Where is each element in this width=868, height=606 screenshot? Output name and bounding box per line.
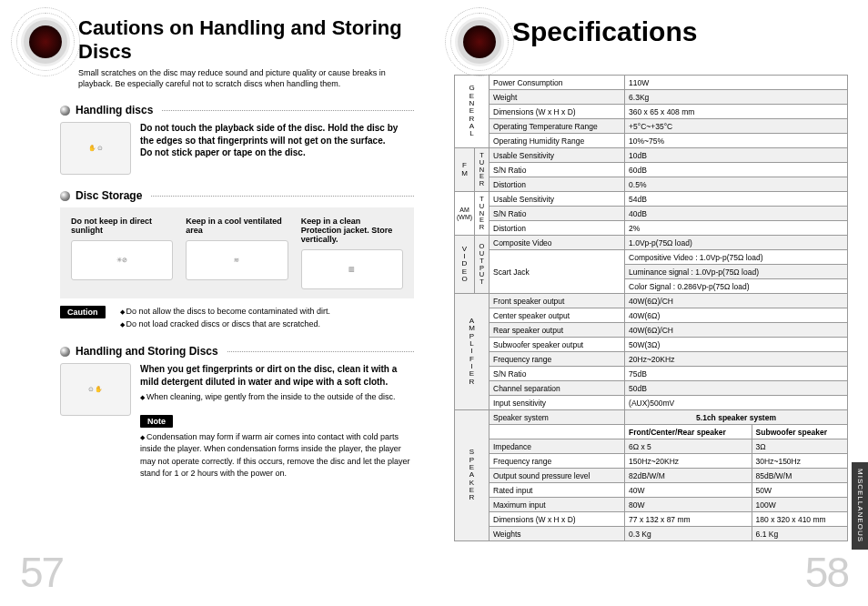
caution-list: Do not allow the discs to become contami…: [120, 306, 331, 330]
spec-value: 80W: [625, 498, 752, 512]
page-header: Cautions on Handling and Storing Discs S…: [20, 16, 414, 89]
spec-label: Subwoofer speaker output: [490, 338, 625, 352]
handling-body1: Do not touch the playback side of the di…: [140, 122, 414, 146]
spec-label: Output sound pressure level: [490, 469, 625, 483]
spec-value: Color Signal : 0.286Vp-p(75Ω load): [625, 279, 848, 294]
caution-item-1: Do not load cracked discs or discs that …: [120, 318, 331, 331]
spec-label: Distortion: [490, 177, 625, 192]
spec-value: 6Ω x 5: [625, 439, 752, 454]
spec-label: Front speaker output: [490, 294, 625, 308]
specifications-table: GENERALPower Consumption110WWeight6.3KgD…: [454, 75, 848, 541]
spec-label: Usable Sensitivity: [490, 148, 625, 163]
speaker-col-0: Front/Center/Rear speaker: [625, 425, 752, 439]
spec-value: +5°C~+35°C: [625, 119, 848, 134]
subgroup-tuner: TUNER: [475, 148, 490, 192]
spec-value: (AUX)500mV: [625, 396, 848, 410]
spec-value: 0.5%: [625, 177, 848, 192]
spec-value: 40dB: [625, 207, 848, 221]
speaker-icon: [20, 16, 71, 67]
spec-value: 150Hz~20KHz: [625, 454, 752, 469]
section-storage: Disc Storage Do not keep in direct sunli…: [20, 189, 414, 330]
spec-value: 6.1 Kg: [752, 527, 847, 541]
spec-value: 40W(6Ω): [625, 308, 848, 323]
section-heading: Handling and Storing Discs: [76, 345, 218, 358]
spec-value: 50dB: [625, 381, 848, 396]
spec-label: Scart Jack: [490, 250, 625, 294]
storage-col-0: Do not keep in direct sunlight: [71, 217, 152, 235]
spec-value: 54dB: [625, 192, 848, 207]
page-left: Cautions on Handling and Storing Discs S…: [0, 0, 434, 606]
spec-value: 85dB/W/M: [752, 469, 847, 483]
spec-value: 20Hz~20KHz: [625, 352, 848, 367]
spec-label: [490, 425, 625, 439]
spec-value: 77 x 132 x 87 mm: [625, 512, 752, 527]
spec-label: Power Consumption: [490, 76, 625, 90]
page-title: Specifications: [512, 16, 697, 47]
spec-value: 0.3 Kg: [625, 527, 752, 541]
spec-label: S/N Ratio: [490, 367, 625, 381]
spec-value: 5.1ch speaker system: [625, 410, 848, 425]
spec-value: 40W: [625, 483, 752, 498]
spec-label: S/N Ratio: [490, 163, 625, 177]
bullet-icon: [60, 106, 70, 116]
group-am: AM(WM): [455, 192, 475, 236]
spec-label: Input sensitivity: [490, 396, 625, 410]
section-handling: Handling discs ✋ ⊙ Do not touch the play…: [20, 104, 414, 175]
group-video: VIDEO: [455, 236, 475, 294]
spec-label: Rear speaker output: [490, 323, 625, 338]
spec-value: 10%~75%: [625, 134, 848, 148]
spec-value: 10dB: [625, 148, 848, 163]
spec-value: 3Ω: [752, 439, 847, 454]
speaker-col-1: Subwoofer speaker: [752, 425, 847, 439]
spec-value: 1.0Vp-p(75Ω load): [625, 236, 848, 250]
group-speaker: SPEAKER: [455, 410, 490, 541]
spec-label: Channel separation: [490, 381, 625, 396]
spec-label: Weight: [490, 90, 625, 105]
spec-value: 100W: [752, 498, 847, 512]
subgroup-tuner: TUNER: [475, 192, 490, 236]
spec-value: 40W(6Ω)/CH: [625, 294, 848, 308]
spec-value: 60dB: [625, 163, 848, 177]
spec-label: Composite Video: [490, 236, 625, 250]
spec-label: Operating Temperature Range: [490, 119, 625, 134]
spec-value: 360 x 65 x 408 mm: [625, 105, 848, 119]
page-number: 58: [805, 548, 848, 597]
spec-value: 75dB: [625, 367, 848, 381]
storage-fig-1: ≋: [186, 240, 288, 280]
storage-fig-0: ☀⊘: [71, 240, 173, 280]
spec-label: Frequency range: [490, 454, 625, 469]
group-amplifier: AMPLIFIER: [455, 294, 490, 410]
spec-value: 180 x 320 x 410 mm: [752, 512, 847, 527]
section-heading: Disc Storage: [76, 189, 142, 202]
spec-value: Luminance signal : 1.0Vp-p(75Ω load): [625, 265, 848, 279]
spec-label: Frequency range: [490, 352, 625, 367]
spec-label: Rated input: [490, 483, 625, 498]
spec-label: S/N Ratio: [490, 207, 625, 221]
cleaning-illustration: ⊙ ✋: [60, 363, 131, 416]
subgroup-output: OUTPUT: [475, 236, 490, 294]
cleaning-body1: When you get fingerprints or dirt on the…: [140, 363, 414, 388]
intro-text: Small scratches on the disc may reduce s…: [78, 67, 406, 89]
spec-label: Speaker system: [490, 410, 625, 425]
spec-label: Usable Sensitivity: [490, 192, 625, 207]
cleaning-note: Condensation may form if warm air comes …: [140, 431, 414, 480]
page-spread: Cautions on Handling and Storing Discs S…: [0, 0, 868, 606]
handling-illustration: ✋ ⊙: [60, 122, 131, 175]
group-fm: FM: [455, 148, 475, 192]
storage-box: Do not keep in direct sunlight☀⊘ Keep in…: [60, 207, 414, 298]
spec-label: Weights: [490, 527, 625, 541]
section-cleaning: Handling and Storing Discs ⊙ ✋ When you …: [20, 345, 414, 480]
section-heading: Handling discs: [76, 104, 153, 116]
group-general: GENERAL: [455, 76, 490, 148]
page-title: Cautions on Handling and Storing Discs: [78, 16, 414, 64]
spec-label: Operating Humidity Range: [490, 134, 625, 148]
page-right: Specifications GENERALPower Consumption1…: [434, 0, 868, 606]
speaker-icon: [454, 16, 505, 67]
spec-label: Impedance: [490, 439, 625, 454]
spec-value: 82dB/W/M: [625, 469, 752, 483]
spec-value: 50W: [752, 483, 847, 498]
spec-label: Distortion: [490, 221, 625, 236]
spec-value: 30Hz~150Hz: [752, 454, 847, 469]
page-header: Specifications: [454, 16, 848, 67]
spec-label: Center speaker output: [490, 308, 625, 323]
